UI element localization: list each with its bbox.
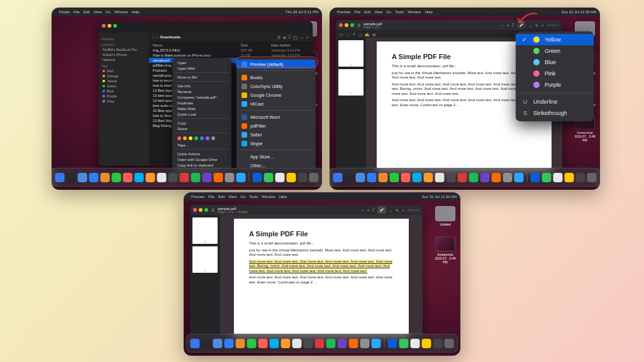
dock-app-icon[interactable] bbox=[304, 339, 313, 348]
menu-file[interactable]: File bbox=[74, 10, 80, 14]
dock-app-icon[interactable] bbox=[101, 173, 110, 182]
menu-help[interactable]: Help bbox=[279, 195, 287, 199]
dock-app-icon[interactable] bbox=[576, 173, 586, 182]
page-thumbnail[interactable]: 1 bbox=[338, 40, 364, 67]
file-row[interactable]: How to Make podcast on iPhone.docx21 KBY… bbox=[149, 53, 313, 58]
dock[interactable] bbox=[52, 168, 322, 187]
dock-app-icon[interactable] bbox=[55, 173, 65, 182]
menu-edit[interactable]: Edit bbox=[84, 10, 90, 14]
context-menu-item[interactable]: Open bbox=[172, 60, 231, 65]
sidebar-item[interactable]: TenBill's MacBook Pro bbox=[101, 47, 152, 52]
menu-window[interactable]: Window bbox=[408, 10, 421, 14]
menu-help[interactable]: Help bbox=[425, 10, 433, 14]
open-with-item[interactable]: Preview (default) bbox=[236, 60, 316, 69]
context-menu-item[interactable]: Open with Google Drive bbox=[172, 156, 231, 162]
highlight-style-item[interactable]: UUnderline bbox=[516, 96, 594, 107]
sign-icon[interactable]: ✍ bbox=[365, 32, 369, 36]
search-placeholder[interactable]: Search bbox=[547, 23, 559, 27]
dock-app-icon[interactable] bbox=[372, 339, 381, 348]
highlight-button[interactable] bbox=[377, 206, 386, 214]
dock-app-icon[interactable] bbox=[67, 173, 76, 182]
dock-app-icon[interactable] bbox=[349, 339, 358, 348]
dock-app-icon[interactable] bbox=[298, 173, 308, 182]
menu-view[interactable]: View bbox=[94, 10, 102, 14]
sidebar-tag[interactable]: Red bbox=[101, 69, 152, 74]
open-with-item[interactable]: ColorSync Utility bbox=[236, 82, 316, 90]
menu-preview[interactable]: Preview bbox=[191, 195, 204, 199]
menu-finder[interactable]: Finder bbox=[59, 10, 70, 14]
context-menu-item[interactable]: Make Alias bbox=[172, 106, 231, 111]
highlight-color-menu[interactable]: ✓YellowGreenBluePinkPurpleUUnderlineSStr… bbox=[516, 31, 594, 121]
dock-app-icon[interactable] bbox=[401, 173, 411, 182]
context-menu-item[interactable]: Copy link to clipboard bbox=[172, 162, 231, 168]
dock-app-icon[interactable] bbox=[247, 339, 257, 348]
menu-go[interactable]: Go bbox=[106, 10, 111, 14]
view-icon[interactable]: ☰ bbox=[277, 35, 280, 40]
search-icon[interactable]: ⌕ bbox=[402, 208, 404, 212]
dock-app-icon[interactable] bbox=[112, 173, 121, 182]
dock-app-icon[interactable] bbox=[264, 173, 274, 182]
open-with-item[interactable]: App Store… bbox=[236, 152, 316, 161]
sidebar-tag[interactable]: Blue bbox=[101, 89, 152, 94]
dock-app-icon[interactable] bbox=[146, 173, 155, 182]
dock-app-icon[interactable] bbox=[270, 339, 279, 348]
dock-app-icon[interactable] bbox=[469, 173, 479, 182]
context-menu-item[interactable]: Open With bbox=[172, 65, 231, 71]
forward-icon[interactable]: › bbox=[157, 35, 158, 39]
dock-app-icon[interactable] bbox=[214, 173, 223, 182]
menu-view[interactable]: View bbox=[228, 195, 236, 199]
pdf-viewport[interactable]: A Simple PDF File This is a small demons… bbox=[220, 215, 423, 340]
page-thumbnail[interactable]: 1 bbox=[192, 217, 218, 244]
dock-app-icon[interactable] bbox=[225, 339, 234, 348]
highlight-style-item[interactable]: SStrikethrough bbox=[516, 107, 594, 119]
dock-app-icon[interactable] bbox=[367, 173, 377, 182]
thumbnail-sidebar[interactable]: 1 2 bbox=[336, 38, 366, 174]
highlight-color-item[interactable]: Green bbox=[516, 45, 594, 57]
sidebar-tag[interactable]: Gray bbox=[101, 99, 152, 104]
menu-file[interactable]: File bbox=[354, 10, 360, 14]
menu-go[interactable]: Go bbox=[240, 195, 245, 199]
dock-app-icon[interactable] bbox=[388, 339, 397, 348]
dock-app-icon[interactable] bbox=[292, 339, 302, 348]
sidebar-tag[interactable]: Orange bbox=[101, 74, 152, 79]
highlight-color-item[interactable]: Pink bbox=[516, 68, 594, 79]
dock-app-icon[interactable] bbox=[480, 173, 490, 182]
share-icon[interactable]: ⤴ bbox=[289, 35, 291, 39]
dock-app-icon[interactable] bbox=[553, 173, 563, 182]
menu-tools[interactable]: Tools bbox=[249, 195, 258, 199]
menu-view[interactable]: View bbox=[374, 10, 382, 14]
dock-app-icon[interactable] bbox=[542, 173, 552, 182]
menu-tools[interactable]: Tools bbox=[395, 10, 404, 14]
dock-app-icon[interactable] bbox=[157, 173, 167, 182]
dock-app-icon[interactable] bbox=[565, 173, 574, 182]
dock-app-icon[interactable] bbox=[225, 173, 235, 182]
back-icon[interactable]: ‹ bbox=[153, 35, 154, 39]
context-menu[interactable]: OpenOpen WithMove to BinGet InfoRenameCo… bbox=[172, 58, 231, 175]
dock-app-icon[interactable] bbox=[253, 173, 262, 182]
dock-app-icon[interactable] bbox=[422, 339, 431, 348]
lasso-icon[interactable]: ◌ bbox=[347, 32, 350, 36]
dock-app-icon[interactable] bbox=[458, 173, 467, 182]
dock[interactable] bbox=[330, 168, 600, 187]
open-with-item[interactable]: Skype bbox=[236, 139, 316, 148]
dock-app-icon[interactable] bbox=[236, 339, 245, 348]
page-thumbnail[interactable]: 2 bbox=[192, 246, 218, 273]
open-with-item[interactable]: pdfFiller bbox=[236, 121, 316, 130]
dock-app-icon[interactable] bbox=[492, 173, 501, 182]
dock-app-icon[interactable] bbox=[275, 173, 285, 182]
dock-app-icon[interactable] bbox=[258, 339, 268, 348]
context-menu-item[interactable]: Get Info bbox=[172, 83, 231, 89]
dock-app-icon[interactable] bbox=[169, 173, 178, 182]
window-controls[interactable] bbox=[339, 23, 354, 27]
sidebar-tag[interactable]: Green bbox=[101, 84, 152, 89]
context-menu-item[interactable]: Quick Actions bbox=[172, 151, 231, 156]
open-with-item[interactable]: Google Chrome bbox=[236, 90, 316, 99]
context-menu-item[interactable]: Tags… bbox=[172, 142, 231, 148]
menu-window[interactable]: Window bbox=[262, 195, 275, 199]
sidebar-item[interactable]: Network bbox=[101, 57, 152, 62]
open-with-item[interactable]: Safari bbox=[236, 130, 316, 139]
share-icon[interactable]: ⤴ bbox=[372, 208, 374, 212]
dock-app-icon[interactable] bbox=[390, 173, 399, 182]
dock-app-icon[interactable] bbox=[531, 173, 540, 182]
menu-help[interactable]: Help bbox=[131, 10, 139, 14]
